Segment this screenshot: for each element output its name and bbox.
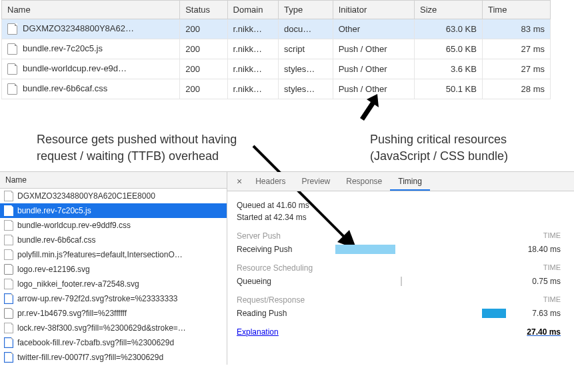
table-row[interactable]: bundle.rev-6b6caf.css200r.nikk…styles…Pu… — [2, 79, 551, 99]
list-item[interactable]: DGXMZO32348800Y8A620C1EE8000 — [0, 189, 227, 203]
file-icon — [4, 352, 13, 363]
file-list-header[interactable]: Name — [0, 172, 227, 189]
file-icon — [4, 308, 13, 319]
timing-row: Queueing0.75 ms — [237, 277, 565, 286]
timing-total: 27.40 ms — [527, 327, 561, 337]
file-icon — [7, 83, 17, 95]
col-name[interactable]: Name — [2, 1, 180, 19]
arrow-up-right-icon — [353, 91, 387, 125]
file-icon — [4, 264, 13, 275]
annotation-right: Pushing critical resources (JavaScript /… — [370, 131, 508, 164]
list-item[interactable]: bundle-worldcup.rev-e9ddf9.css — [0, 218, 227, 233]
timing-section-title: Server Push — [237, 231, 281, 241]
file-name: bundle.rev-6b6caf.css — [23, 83, 107, 93]
file-name: facebook-fill.rev-7cbafb.svg?fill=%23006… — [17, 338, 174, 347]
close-icon[interactable]: × — [231, 176, 247, 187]
file-icon — [4, 293, 13, 304]
timing-panel: × Headers Preview Response Timing Queued… — [227, 172, 574, 365]
list-item[interactable]: facebook-fill.rev-7cbafb.svg?fill=%23006… — [0, 335, 227, 350]
timing-section-title: Resource Scheduling — [237, 263, 313, 273]
detail-tabs: × Headers Preview Response Timing — [227, 172, 574, 191]
file-icon — [7, 63, 17, 75]
table-row[interactable]: bundle-worldcup.rev-e9d…200r.nikk…styles… — [2, 59, 551, 79]
file-icon — [4, 220, 13, 231]
file-icon — [7, 43, 17, 55]
file-name: polyfill.min.js?features=default,Interse… — [17, 250, 183, 259]
file-icon — [4, 279, 13, 289]
col-status[interactable]: Status — [180, 1, 227, 19]
timing-bar — [401, 277, 402, 286]
file-name: pr.rev-1b4679.svg?fill=%23ffffff — [17, 309, 127, 318]
explanation-link[interactable]: Explanation — [237, 327, 279, 337]
file-name: twitter-fill.rev-0007f7.svg?fill=%230062… — [17, 353, 163, 362]
col-size[interactable]: Size — [415, 1, 483, 19]
file-name: bundle-worldcup.rev-e9ddf9.css — [17, 221, 131, 230]
file-name: bundle.rev-7c20c5.js — [23, 43, 103, 53]
svg-marker-0 — [360, 94, 379, 121]
file-icon — [7, 23, 17, 35]
list-item[interactable]: twitter-fill.rev-0007f7.svg?fill=%230062… — [0, 350, 227, 365]
list-item[interactable]: lock.rev-38f300.svg?fill=%2300629d&strok… — [0, 321, 227, 335]
list-item[interactable]: bundle.rev-6b6caf.css — [0, 233, 227, 247]
file-icon — [4, 249, 13, 260]
file-list: Name DGXMZO32348800Y8A620C1EE8000bundle.… — [0, 172, 227, 365]
tab-timing[interactable]: Timing — [390, 172, 430, 191]
list-item[interactable]: polyfill.min.js?features=default,Interse… — [0, 247, 227, 262]
tab-preview[interactable]: Preview — [294, 172, 339, 191]
list-item[interactable]: logo_nikkei_footer.rev-a72548.svg — [0, 277, 227, 291]
file-name: DGXMZO32348800Y8A620C1EE8000 — [17, 191, 155, 201]
file-name: arrow-up.rev-792f2d.svg?stroke=%23333333 — [17, 294, 177, 303]
list-item[interactable]: logo.rev-e12196.svg — [0, 262, 227, 277]
table-header-row: Name Status Domain Type Initiator Size T… — [2, 1, 551, 19]
list-item[interactable]: bundle.rev-7c20c5.js — [0, 203, 227, 218]
file-name: logo_nikkei_footer.rev-a72548.svg — [17, 279, 139, 289]
table-row[interactable]: DGXMZO32348800Y8A62…200r.nikk…docu…Other… — [2, 19, 551, 39]
annotation-area: Resource gets pushed without having requ… — [0, 99, 574, 171]
timing-started: Started at 42.34 ms — [237, 213, 565, 222]
file-icon — [4, 205, 13, 216]
file-name: bundle.rev-6b6caf.css — [17, 235, 95, 245]
file-icon — [4, 235, 13, 245]
file-icon — [4, 337, 13, 348]
file-name: bundle.rev-7c20c5.js — [17, 206, 91, 215]
tab-response[interactable]: Response — [338, 172, 390, 191]
file-icon — [4, 191, 13, 201]
list-item[interactable]: pr.rev-1b4679.svg?fill=%23ffffff — [0, 306, 227, 321]
file-icon — [4, 323, 13, 333]
col-initiator[interactable]: Initiator — [333, 1, 414, 19]
timing-section-title: Request/Response — [237, 295, 305, 305]
timing-row: Reading Push7.63 ms — [237, 309, 565, 318]
file-name: lock.rev-38f300.svg?fill=%2300629d&strok… — [17, 323, 186, 333]
file-name: bundle-worldcup.rev-e9d… — [23, 63, 127, 73]
col-type[interactable]: Type — [279, 1, 333, 19]
col-domain[interactable]: Domain — [227, 1, 278, 19]
details-panel: Name DGXMZO32348800Y8A620C1EE8000bundle.… — [0, 171, 574, 365]
timing-row: Receiving Push18.40 ms — [237, 245, 565, 254]
timing-bar — [482, 309, 506, 318]
table-row[interactable]: bundle.rev-7c20c5.js200r.nikk…scriptPush… — [2, 39, 551, 59]
list-item[interactable]: arrow-up.rev-792f2d.svg?stroke=%23333333 — [0, 291, 227, 306]
file-name: logo.rev-e12196.svg — [17, 265, 90, 274]
timing-queued: Queued at 41.60 ms — [237, 201, 565, 210]
tab-headers[interactable]: Headers — [247, 172, 293, 191]
annotation-left: Resource gets pushed without having requ… — [37, 131, 237, 164]
col-time[interactable]: Time — [482, 1, 550, 19]
network-table: Name Status Domain Type Initiator Size T… — [1, 0, 551, 99]
file-name: DGXMZO32348800Y8A62… — [23, 23, 134, 33]
timing-bar — [335, 245, 395, 254]
